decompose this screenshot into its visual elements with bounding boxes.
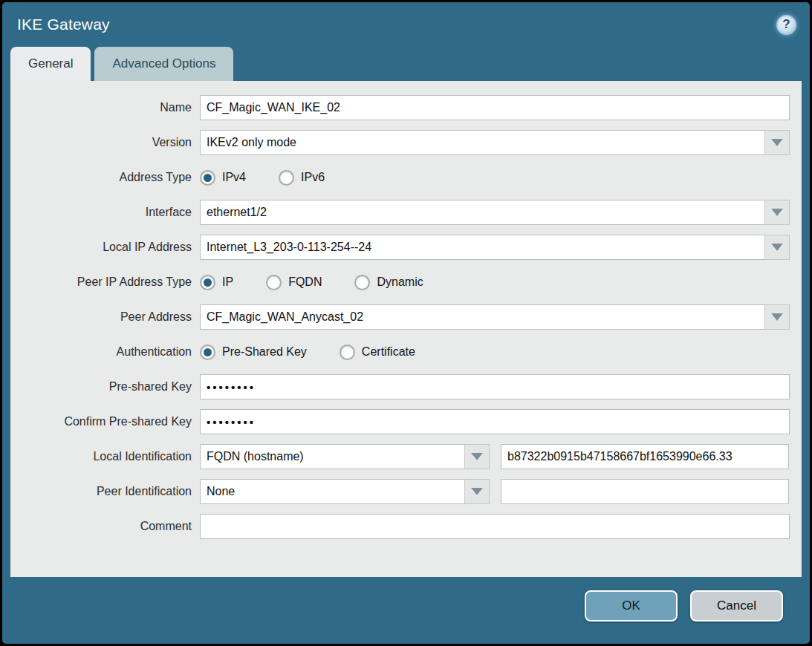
form-row-interface: Interface [10,200,790,225]
comment-input[interactable] [200,514,790,539]
authentication-label: Authentication [10,345,200,359]
local-identification-dropdown-button[interactable] [465,444,490,469]
radio-fqdn[interactable]: FQDN [266,275,322,290]
radio-ipv4-label: IPv4 [222,171,246,184]
name-label: Name [10,101,200,114]
radio-ip[interactable]: IP [200,275,233,290]
confirm-pre-shared-key-input[interactable] [200,409,790,434]
form-row-peer-identification: Peer Identification [10,479,790,504]
radio-ipv6-label: IPv6 [301,171,325,184]
peer-identification-type-input[interactable] [200,479,465,504]
interface-label: Interface [10,206,200,219]
address-type-label: Address Type [10,171,200,184]
form-row-address-type: Address Type IPv4 IPv6 [10,165,790,190]
local-identification-value-input[interactable] [501,444,789,469]
version-input[interactable] [200,130,765,155]
ok-button[interactable]: OK [585,590,678,621]
form-row-comment: Comment [10,514,790,539]
local-ip-address-label: Local IP Address [10,241,200,254]
radio-ipv4[interactable]: IPv4 [200,170,246,186]
local-identification-type-input[interactable] [200,444,465,469]
radio-dynamic-label: Dynamic [377,275,423,289]
title-bar: IKE Gateway ? [2,2,810,47]
form-row-authentication: Authentication Pre-Shared Key Certificat… [10,339,790,365]
peer-address-label: Peer Address [10,310,200,324]
radio-selected-icon [200,275,215,290]
radio-certificate-label: Certificate [362,345,415,359]
radio-unselected-icon [279,170,294,186]
form-row-name: Name [10,95,790,120]
radio-unselected-icon [266,275,282,290]
radio-selected-icon [200,170,215,186]
tab-advanced-options[interactable]: Advanced Options [94,47,233,81]
local-ip-address-dropdown [200,235,790,260]
chevron-down-icon [771,313,783,321]
chevron-down-icon [771,209,783,216]
tab-general[interactable]: General [10,47,91,81]
radio-selected-icon [200,345,215,360]
radio-pre-shared-key[interactable]: Pre-Shared Key [200,345,307,360]
local-identification-label: Local Identification [10,450,200,463]
form-row-peer-address: Peer Address [10,304,790,330]
peer-identification-type-dropdown [200,479,490,504]
tab-bar: General Advanced Options [2,47,810,81]
form-row-local-identification: Local Identification [10,444,790,469]
local-ip-address-dropdown-button[interactable] [765,235,790,260]
chevron-down-icon [471,453,483,460]
form-row-pre-shared-key: Pre-shared Key [10,374,790,399]
peer-ip-address-type-label: Peer IP Address Type [10,275,200,289]
peer-address-dropdown [200,304,790,330]
local-identification-type-dropdown [200,444,490,469]
peer-identification-label: Peer Identification [10,485,200,498]
form-row-version: Version [10,130,790,155]
radio-ipv6[interactable]: IPv6 [279,170,325,186]
peer-address-dropdown-button[interactable] [765,304,790,330]
page-title: IKE Gateway [17,16,110,33]
form-row-peer-ip-address-type: Peer IP Address Type IP FQDN Dynamic [10,270,790,295]
local-ip-address-input[interactable] [200,235,765,260]
chevron-down-icon [771,244,783,251]
general-tab-panel: Name Version Address Type IPv4 [10,81,802,577]
radio-dynamic[interactable]: Dynamic [354,275,423,290]
comment-label: Comment [10,520,200,533]
form-row-local-ip-address: Local IP Address [10,235,790,260]
chevron-down-icon [471,488,483,495]
dialog-footer: OK Cancel [2,577,810,621]
peer-identification-dropdown-button[interactable] [465,479,490,504]
radio-ip-label: IP [222,275,233,289]
radio-fqdn-label: FQDN [288,275,322,289]
radio-certificate[interactable]: Certificate [340,345,415,360]
help-icon[interactable]: ? [776,15,796,35]
radio-unselected-icon [354,275,370,290]
pre-shared-key-input[interactable] [200,374,790,399]
chevron-down-icon [771,139,783,146]
cancel-button[interactable]: Cancel [690,590,783,621]
ike-gateway-dialog: IKE Gateway ? General Advanced Options N… [2,2,810,644]
pre-shared-key-label: Pre-shared Key [10,380,200,394]
interface-dropdown [200,200,790,225]
version-dropdown-button[interactable] [765,130,790,155]
peer-address-input[interactable] [200,304,765,330]
interface-dropdown-button[interactable] [765,200,790,225]
name-input[interactable] [200,95,790,120]
version-dropdown [200,130,790,155]
confirm-pre-shared-key-label: Confirm Pre-shared Key [10,415,200,428]
version-label: Version [10,136,200,149]
radio-pre-shared-key-label: Pre-Shared Key [222,345,307,359]
peer-identification-value-input[interactable] [501,479,789,504]
interface-input[interactable] [200,200,765,225]
form-row-confirm-pre-shared-key: Confirm Pre-shared Key [10,409,790,434]
radio-unselected-icon [340,345,355,360]
